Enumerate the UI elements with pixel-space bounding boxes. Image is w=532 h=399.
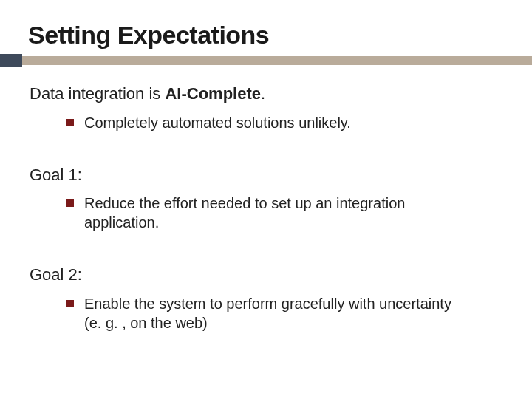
section-1-bold: AI-Complete [165, 84, 261, 103]
slide-title: Setting Expectations [0, 21, 532, 54]
section-2-heading: Goal 1: [30, 165, 502, 185]
slide-content: Data integration is AI-Complete. Complet… [0, 67, 532, 332]
section-3-bullet-text: Enable the system to perform gracefully … [84, 294, 458, 332]
section-3-bullet-row: Enable the system to perform gracefully … [30, 294, 502, 332]
bullet-icon [66, 119, 74, 126]
section-2-bullet-text: Reduce the effort needed to set up an in… [84, 194, 458, 232]
title-underline [0, 54, 532, 67]
bullet-icon [66, 200, 74, 207]
underline-accent [0, 54, 22, 67]
section-3: Goal 2: Enable the system to perform gra… [30, 265, 502, 332]
section-1: Data integration is AI-Complete. Complet… [30, 83, 502, 132]
section-2-bullet-row: Reduce the effort needed to set up an in… [30, 194, 502, 232]
section-1-pre: Data integration is [30, 84, 165, 103]
section-1-heading: Data integration is AI-Complete. [30, 83, 502, 104]
section-1-bullet-text: Completely automated solutions unlikely. [84, 113, 351, 132]
section-2: Goal 1: Reduce the effort needed to set … [30, 165, 502, 233]
section-3-heading: Goal 2: [30, 265, 502, 285]
slide: Setting Expectations Data integration is… [0, 0, 532, 399]
underline-bar [22, 56, 532, 65]
section-1-post: . [261, 84, 265, 103]
section-1-bullet-row: Completely automated solutions unlikely. [30, 113, 502, 132]
bullet-icon [66, 300, 74, 307]
